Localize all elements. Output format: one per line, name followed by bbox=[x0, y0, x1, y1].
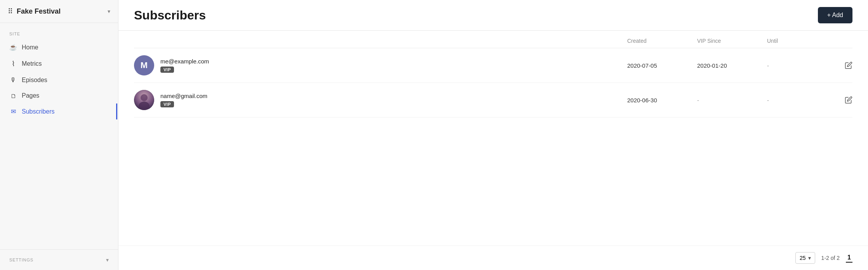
sidebar-item-episodes[interactable]: 🎙 Episodes bbox=[0, 72, 118, 88]
main-content: Subscribers + Add Created VIP Since Unti… bbox=[118, 0, 868, 270]
add-button[interactable]: + Add bbox=[818, 7, 852, 23]
subscriber-email-1: me@example.com bbox=[160, 58, 209, 65]
main-header: Subscribers + Add bbox=[118, 0, 868, 31]
col-header-vip-since: VIP Since bbox=[697, 38, 767, 44]
sidebar-item-pages-label: Pages bbox=[22, 92, 39, 99]
sidebar-item-home-label: Home bbox=[22, 44, 38, 51]
sidebar-item-subscribers[interactable]: ✉ Subscribers bbox=[0, 103, 118, 119]
site-chevron-icon[interactable]: ▾ bbox=[108, 8, 110, 14]
table-row: M me@example.com VIP 2020-07-05 2020-01-… bbox=[134, 48, 852, 83]
edit-button-2[interactable] bbox=[829, 96, 852, 104]
table-header: Created VIP Since Until bbox=[134, 31, 852, 48]
pagination-range: 1-2 of 2 bbox=[821, 255, 840, 261]
sidebar-nav: ☕ Home ⌇ Metrics 🎙 Episodes 🗋 Pages ✉ Su… bbox=[0, 39, 118, 119]
created-2: 2020-06-30 bbox=[627, 97, 697, 103]
episodes-icon: 🎙 bbox=[9, 77, 17, 84]
sidebar-item-pages[interactable]: 🗋 Pages bbox=[0, 88, 118, 103]
per-page-value: 25 bbox=[800, 255, 806, 261]
sidebar: ⠿ Fake Festival ▾ SITE ☕ Home ⌇ Metrics … bbox=[0, 0, 118, 270]
created-1: 2020-07-05 bbox=[627, 62, 697, 69]
col-header-subscriber bbox=[134, 38, 627, 44]
subscriber-info-1: M me@example.com VIP bbox=[134, 55, 627, 75]
settings-row[interactable]: SETTINGS ▾ bbox=[9, 257, 109, 263]
avatar-1: M bbox=[134, 55, 154, 75]
until-2: - bbox=[767, 97, 829, 103]
vip-since-2: - bbox=[697, 97, 767, 103]
svg-point-1 bbox=[141, 94, 148, 101]
sidebar-item-metrics[interactable]: ⌇ Metrics bbox=[0, 55, 118, 72]
logo-icon: ⠿ bbox=[8, 7, 13, 16]
col-header-until: Until bbox=[767, 38, 829, 44]
subscriber-details-1: me@example.com VIP bbox=[160, 58, 209, 73]
sidebar-item-episodes-label: Episodes bbox=[22, 77, 47, 84]
vip-badge-2: VIP bbox=[160, 101, 174, 107]
subscriber-info-2: name@gmail.com VIP bbox=[134, 90, 627, 110]
pagination-current-page[interactable]: 1 bbox=[846, 253, 852, 263]
vip-since-1: 2020-01-20 bbox=[697, 62, 767, 69]
table-row: name@gmail.com VIP 2020-06-30 - - bbox=[134, 83, 852, 117]
col-header-actions bbox=[829, 38, 852, 44]
subscriber-details-2: name@gmail.com VIP bbox=[160, 93, 207, 107]
sidebar-bottom: SETTINGS ▾ bbox=[0, 249, 118, 270]
settings-chevron-icon[interactable]: ▾ bbox=[106, 257, 109, 263]
subscribers-table: Created VIP Since Until M me@example.com… bbox=[118, 31, 868, 245]
until-1: - bbox=[767, 62, 829, 69]
col-header-created: Created bbox=[627, 38, 697, 44]
site-name: Fake Festival bbox=[17, 7, 104, 16]
metrics-icon: ⌇ bbox=[9, 60, 17, 68]
section-settings-label: SETTINGS bbox=[9, 258, 33, 262]
edit-button-1[interactable] bbox=[829, 61, 852, 69]
subscribers-icon: ✉ bbox=[9, 108, 17, 115]
avatar-img-inner-2 bbox=[134, 90, 154, 110]
sidebar-item-home[interactable]: ☕ Home bbox=[0, 39, 118, 55]
sidebar-header: ⠿ Fake Festival ▾ bbox=[0, 0, 118, 23]
pages-icon: 🗋 bbox=[9, 93, 17, 99]
home-icon: ☕ bbox=[9, 44, 17, 51]
per-page-chevron-icon: ▾ bbox=[808, 255, 811, 261]
avatar-letter-1: M bbox=[141, 60, 148, 70]
sidebar-item-subscribers-label: Subscribers bbox=[22, 108, 54, 115]
avatar-2 bbox=[134, 90, 154, 110]
vip-badge-1: VIP bbox=[160, 67, 174, 73]
page-title: Subscribers bbox=[134, 8, 206, 23]
sidebar-item-metrics-label: Metrics bbox=[22, 60, 42, 67]
per-page-select[interactable]: 25 ▾ bbox=[795, 252, 815, 264]
pagination-bar: 25 ▾ 1-2 of 2 1 bbox=[118, 245, 868, 270]
subscriber-email-2: name@gmail.com bbox=[160, 93, 207, 99]
section-site-label: SITE bbox=[0, 23, 118, 39]
